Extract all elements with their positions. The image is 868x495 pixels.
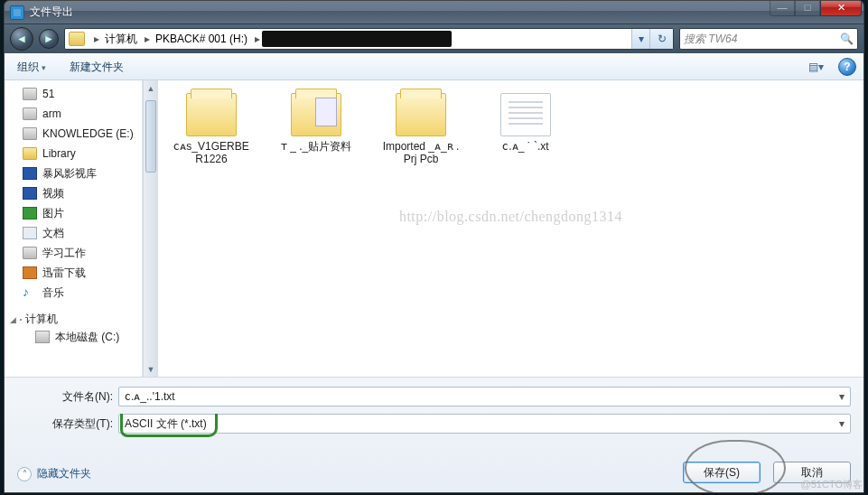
sidebar-item-label: 本地磁盘 (C:) (55, 330, 119, 345)
file-item[interactable]: Imported _ᴀ_ʀ .Prj Pcb (386, 93, 456, 165)
toolbar: 组织 新建文件夹 ▤▾ ? (5, 53, 863, 80)
nav-back-button[interactable]: ◄ (10, 27, 33, 51)
nav-forward-button[interactable]: ► (39, 29, 59, 49)
folder-icon (186, 93, 237, 136)
file-label: ᴄ.ᴀ_ ˙ `.xt (485, 140, 566, 153)
sidebar-item-label: KNOWLEDGE (E:) (42, 127, 134, 140)
maximize-button[interactable]: □ (795, 0, 820, 16)
sidebar-item-label: 视频 (42, 186, 64, 201)
collapse-icon: ˄ (17, 467, 32, 481)
sidebar-group-computer[interactable]: ◢ 计算机 (5, 312, 142, 327)
dropdown-icon[interactable]: ▾ (839, 417, 845, 430)
scroll-thumb[interactable] (145, 100, 156, 173)
documents-icon (23, 227, 37, 239)
drive-icon (23, 107, 37, 120)
file-item[interactable]: ᴛ _ ._贴片资料 (281, 93, 351, 165)
sidebar-group-label: 计算机 (25, 312, 58, 327)
filename-value: ᴄ.ᴀ_..'1.txt (125, 390, 175, 403)
sidebar-item-label: 文档 (42, 226, 64, 241)
organize-button[interactable]: 组织 (12, 57, 51, 78)
filetype-label: 保存类型(T): (17, 416, 118, 432)
address-dropdown[interactable]: ▾ (631, 29, 649, 49)
main-area: 51 arm KNOWLEDGE (E:) Library 暴风影视库 视频 图… (5, 80, 863, 377)
filename-label: 文件名(N): (17, 389, 118, 405)
folder-icon (69, 32, 85, 46)
file-pane[interactable]: ᴄᴀs_V1GERBER1226 ᴛ _ ._贴片资料 Imported _ᴀ_… (158, 80, 863, 377)
watermark: http://blog.csdn.net/chengdong1314 (399, 209, 622, 225)
filename-field[interactable]: ᴄ.ᴀ_..'1.txt ▾ (118, 387, 851, 406)
sidebar-item[interactable]: 学习工作 (5, 243, 142, 263)
pictures-icon (23, 207, 37, 219)
sidebar-item-label: 音乐 (42, 285, 64, 301)
filetype-value: ASCII 文件 (*.txt) (125, 416, 207, 432)
dropdown-icon[interactable]: ▾ (839, 390, 845, 403)
drive-icon (23, 247, 37, 259)
folder-icon (396, 93, 446, 136)
sidebar-item[interactable]: 图片 (5, 203, 142, 223)
search-icon[interactable]: 🔍 (840, 33, 854, 45)
sidebar-item[interactable]: KNOWLEDGE (E:) (5, 124, 142, 144)
local-disk-icon (35, 331, 50, 343)
corner-watermark: @51CTO博客 (801, 478, 863, 491)
file-item[interactable]: ᴄᴀs_V1GERBER1226 (176, 93, 247, 165)
breadcrumb-tail[interactable] (262, 29, 631, 49)
drive-icon (23, 88, 37, 100)
save-button[interactable]: 保存(S) (683, 462, 761, 483)
sidebar-item[interactable]: 暴风影视库 (5, 163, 142, 183)
sidebar-item[interactable]: arm (5, 104, 142, 124)
refresh-button[interactable]: ↻ (649, 29, 673, 49)
search-placeholder: 搜索 TW64 (684, 32, 737, 47)
sidebar-item-label: 图片 (42, 206, 64, 221)
minimize-button[interactable]: — (770, 0, 795, 16)
computer-icon (20, 319, 22, 321)
download-icon (23, 266, 37, 279)
file-label: Imported _ᴀ_ʀ .Prj Pcb (380, 140, 462, 165)
view-mode-button[interactable]: ▤▾ (798, 57, 833, 77)
chevron-icon[interactable]: ▸ (253, 33, 262, 45)
sidebar-item[interactable]: 迅雷下载 (5, 263, 142, 283)
titlebar[interactable]: 文件导出 — □ ✕ (5, 1, 863, 24)
hide-folders-label: 隐藏文件夹 (37, 466, 91, 481)
filetype-field[interactable]: ASCII 文件 (*.txt) ▾ (118, 414, 851, 434)
sidebar-scrollbar[interactable]: ▲ ▼ (143, 80, 158, 377)
chevron-icon[interactable]: ▸ (92, 33, 101, 45)
address-bar[interactable]: ▸ 计算机 ▸ PKBACK# 001 (H:) ▸ ▾ ↻ (64, 28, 674, 50)
chevron-icon[interactable]: ▸ (143, 33, 152, 45)
sidebar-item-localdisk[interactable]: 本地磁盘 (C:) (5, 327, 142, 347)
app-icon (10, 5, 24, 20)
sidebar-item-label: arm (42, 107, 61, 120)
sidebar: 51 arm KNOWLEDGE (E:) Library 暴风影视库 视频 图… (5, 80, 143, 377)
sidebar-item[interactable]: 文档 (5, 223, 142, 243)
close-button[interactable]: ✕ (820, 0, 862, 16)
search-input[interactable]: 搜索 TW64 🔍 (679, 28, 858, 50)
file-label: ᴛ _ ._贴片资料 (275, 140, 357, 153)
textfile-icon (500, 93, 551, 136)
window-title: 文件导出 (30, 5, 770, 20)
folder-icon (23, 147, 37, 160)
nav-row: ◄ ► ▸ 计算机 ▸ PKBACK# 001 (H:) ▸ ▾ ↻ 搜索 TW… (5, 24, 863, 53)
sidebar-item-label: Library (42, 147, 76, 160)
new-folder-button[interactable]: 新建文件夹 (64, 57, 129, 78)
breadcrumb-root[interactable]: 计算机 (101, 29, 143, 49)
scroll-up-icon[interactable]: ▲ (144, 80, 158, 96)
sidebar-item[interactable]: 视频 (5, 183, 142, 203)
file-item[interactable]: ᴄ.ᴀ_ ˙ `.xt (490, 93, 561, 165)
video-icon (23, 187, 37, 200)
sidebar-item[interactable]: ♪音乐 (5, 283, 142, 303)
breadcrumb-drive[interactable]: PKBACK# 001 (H:) (152, 29, 253, 49)
folder-icon (291, 93, 341, 136)
help-button[interactable]: ? (838, 58, 856, 76)
video-lib-icon (23, 167, 37, 180)
scroll-down-icon[interactable]: ▼ (144, 361, 158, 377)
sidebar-item[interactable]: Library (5, 144, 142, 163)
sidebar-item-label: 51 (42, 88, 54, 100)
sidebar-item-label: 迅雷下载 (42, 266, 86, 281)
expand-icon[interactable]: ◢ (10, 315, 16, 324)
hide-folders-link[interactable]: ˄ 隐藏文件夹 (17, 466, 91, 481)
sidebar-item[interactable]: 51 (5, 84, 142, 104)
sidebar-item-label: 学习工作 (42, 246, 86, 261)
music-icon: ♪ (23, 286, 37, 299)
file-label: ᴄᴀs_V1GERBER1226 (171, 140, 252, 165)
drive-icon (23, 127, 37, 140)
dialog-window: 文件导出 — □ ✕ ◄ ► ▸ 计算机 ▸ PKBACK# 001 (H:) … (4, 0, 864, 493)
